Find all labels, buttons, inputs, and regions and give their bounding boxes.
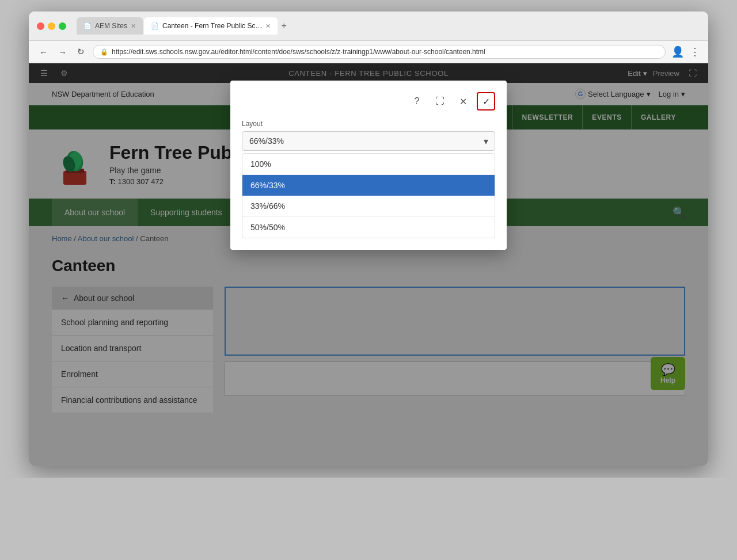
dropdown-option-50-50[interactable]: 50%/50% [242, 217, 495, 238]
modal-layout-field: Layout 66%/33% 100% 66%/33% 33%/66% 50%/… [242, 120, 495, 238]
tabs-bar: 📄 AEM Sites ✕ 📄 Canteen - Fern Tree Publ… [77, 17, 700, 35]
minimize-traffic-light[interactable] [48, 22, 55, 30]
modal-header: ? ⛶ ✕ ✓ [242, 92, 495, 111]
tab-aem-sites[interactable]: 📄 AEM Sites ✕ [77, 17, 143, 35]
layout-label: Layout [242, 120, 495, 128]
tab-canteen[interactable]: 📄 Canteen - Fern Tree Public Sc… ✕ [144, 17, 278, 35]
traffic-lights [37, 22, 66, 30]
layout-dropdown-list: 100% 66%/33% 33%/66% 50%/50% [242, 153, 495, 238]
modal-close-button[interactable]: ✕ [454, 92, 472, 111]
dropdown-option-66-33[interactable]: 66%/33% [242, 175, 495, 196]
new-tab-button[interactable]: + [279, 21, 288, 31]
more-options-button[interactable]: ⋮ [690, 45, 700, 58]
modal-fullscreen-button[interactable]: ⛶ [431, 92, 449, 111]
layout-select[interactable]: 66%/33% [242, 131, 495, 151]
back-button[interactable]: ← [37, 46, 50, 58]
dropdown-option-100[interactable]: 100% [242, 154, 495, 175]
forward-button[interactable]: → [56, 46, 69, 58]
tab-icon: 📄 [151, 22, 159, 30]
tab-close-icon[interactable]: ✕ [131, 22, 136, 30]
modal-help-button[interactable]: ? [408, 92, 426, 111]
modal-confirm-button[interactable]: ✓ [477, 92, 495, 111]
browser-addressbar: ← → ↻ 🔒 https://edit.sws.schools.nsw.gov… [29, 41, 708, 63]
reload-button[interactable]: ↻ [75, 45, 87, 58]
lock-icon: 🔒 [100, 48, 108, 56]
close-traffic-light[interactable] [37, 22, 44, 30]
site-content: ☰ ⚙ CANTEEN - FERN TREE PUBLIC SCHOOL Ed… [29, 63, 708, 466]
layout-modal: ? ⛶ ✕ ✓ Layout 66%/33% 100% 66%/33% 33% [230, 81, 507, 250]
layout-select-wrapper: 66%/33% [242, 131, 495, 151]
url-text: https://edit.sws.schools.nsw.gov.au/edit… [112, 48, 485, 56]
tab-close-icon[interactable]: ✕ [265, 22, 271, 30]
profile-button[interactable]: 👤 [671, 45, 684, 58]
browser-titlebar: 📄 AEM Sites ✕ 📄 Canteen - Fern Tree Publ… [29, 12, 708, 41]
dropdown-option-33-66[interactable]: 33%/66% [242, 196, 495, 217]
tab-label: AEM Sites [95, 22, 127, 30]
tab-label: Canteen - Fern Tree Public Sc… [162, 22, 262, 30]
modal-overlay: ? ⛶ ✕ ✓ Layout 66%/33% 100% 66%/33% 33% [29, 63, 708, 466]
maximize-traffic-light[interactable] [59, 22, 66, 30]
address-bar[interactable]: 🔒 https://edit.sws.schools.nsw.gov.au/ed… [93, 45, 666, 59]
tab-icon: 📄 [83, 22, 92, 30]
browser-window: 📄 AEM Sites ✕ 📄 Canteen - Fern Tree Publ… [29, 12, 708, 466]
